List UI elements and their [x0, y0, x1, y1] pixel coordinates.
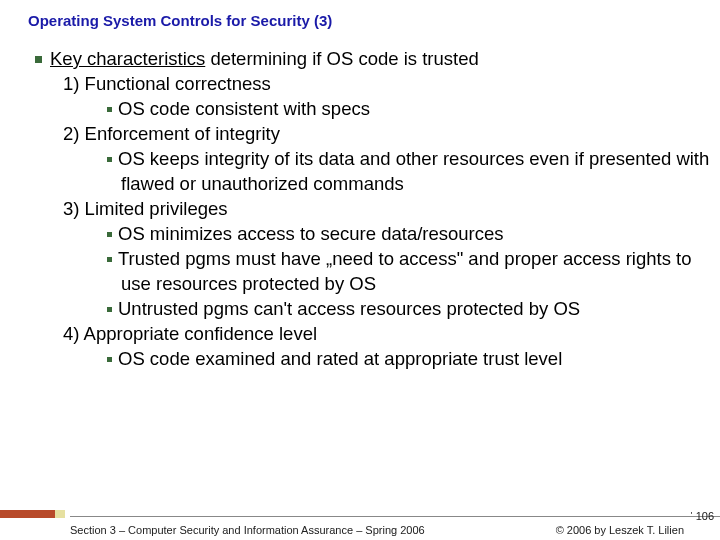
item-3-sub-2: Trusted pgms must have „need to access" … [49, 247, 710, 297]
slide-title: Operating System Controls for Security (… [0, 0, 720, 29]
item-4-sub-1: OS code examined and rated at appropriat… [49, 347, 710, 372]
item-4: 4) Appropriate confidence level [35, 322, 710, 347]
item-2: 2) Enforcement of integrity [35, 122, 710, 147]
page-number: ' 106 [691, 510, 714, 522]
lead-text: Key characteristics determining if OS co… [50, 48, 479, 69]
item-2-sub-1: OS keeps integrity of its data and other… [49, 147, 710, 197]
item-3: 3) Limited privileges [35, 197, 710, 222]
footer-left: Section 3 – Computer Security and Inform… [70, 524, 425, 536]
footer-divider [70, 516, 720, 518]
square-bullet-icon [107, 357, 112, 362]
item-3-sub-1: OS minimizes access to secure data/resou… [49, 222, 710, 247]
item-1: 1) Functional correctness [35, 72, 710, 97]
square-bullet-icon [107, 307, 112, 312]
square-bullet-icon [107, 157, 112, 162]
square-bullet-icon [35, 56, 42, 63]
square-bullet-icon [107, 257, 112, 262]
item-3-sub-3: Untrusted pgms can't access resources pr… [49, 297, 710, 322]
slide-body: Key characteristics determining if OS co… [0, 29, 720, 372]
square-bullet-icon [107, 107, 112, 112]
footer-accent-bar [0, 510, 55, 518]
item-1-sub-1: OS code consistent with specs [49, 97, 710, 122]
footer-right: © 2006 by Leszek T. Lilien [556, 524, 684, 536]
main-point: Key characteristics determining if OS co… [35, 47, 710, 72]
square-bullet-icon [107, 232, 112, 237]
